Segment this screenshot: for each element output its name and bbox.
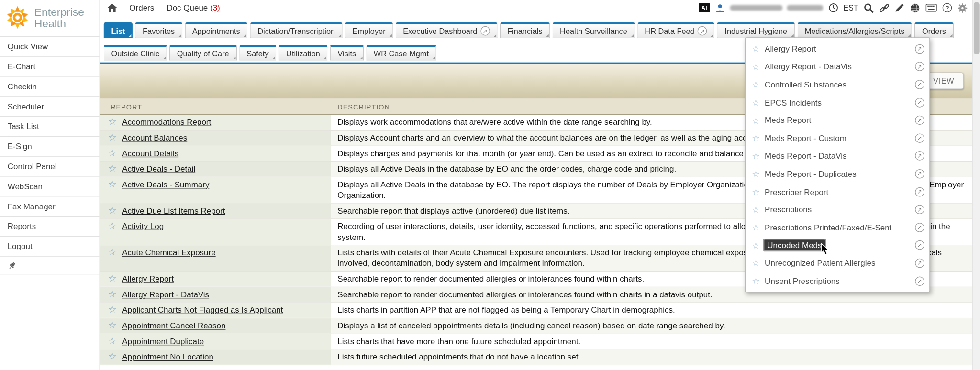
- tab-medications-allergies-scripts[interactable]: Medications/Allergies/Scripts: [797, 22, 912, 38]
- home-icon[interactable]: [108, 3, 117, 12]
- report-link[interactable]: Appointment Cancel Reason: [122, 320, 225, 331]
- report-link[interactable]: Appointment No Location: [122, 351, 213, 362]
- run-report-icon[interactable]: ↗: [915, 152, 924, 161]
- run-report-icon[interactable]: ↗: [915, 205, 924, 215]
- run-report-icon[interactable]: ↗: [915, 276, 924, 286]
- tab-dictation-transcription[interactable]: Dictation/Transcription: [250, 22, 343, 38]
- sidebar-item-control-panel[interactable]: Control Panel: [0, 157, 100, 177]
- dropdown-item-allergy-report-datavis[interactable]: ☆Allergy Report - DataVis↗: [746, 58, 929, 76]
- report-link[interactable]: Appointment Duplicate: [122, 336, 204, 347]
- sidebar-item-e-sign[interactable]: E-Sign: [0, 137, 100, 157]
- star-icon[interactable]: ☆: [752, 187, 759, 197]
- report-link[interactable]: Active Due List Items Report: [122, 206, 225, 216]
- tab-hr-data-feed[interactable]: HR Data Feed↗: [637, 22, 715, 38]
- report-link[interactable]: Accommodations Report: [122, 117, 211, 127]
- report-link[interactable]: Account Details: [122, 148, 178, 159]
- run-report-icon[interactable]: ↗: [915, 62, 924, 72]
- nav-orders[interactable]: Orders: [129, 3, 154, 13]
- search-icon[interactable]: [864, 3, 874, 13]
- tab-favorites[interactable]: Favorites: [135, 22, 182, 38]
- open-new-icon[interactable]: ↗: [698, 26, 707, 36]
- sidebar-item-checkin[interactable]: Checkin: [0, 77, 100, 97]
- tab-orders[interactable]: Orders: [914, 22, 953, 38]
- star-icon[interactable]: ☆: [752, 44, 759, 54]
- dropdown-item-meds-report-datavis[interactable]: ☆Meds Report - DataVis↗: [746, 147, 929, 165]
- star-icon[interactable]: ☆: [108, 132, 117, 142]
- scrollbar-thumb[interactable]: [974, 2, 980, 54]
- dropdown-item-meds-report-custom[interactable]: ☆Meds Report - Custom↗: [746, 129, 929, 147]
- tab-outside-clinic[interactable]: Outside Clinic: [104, 45, 167, 61]
- star-icon[interactable]: ☆: [752, 258, 759, 268]
- star-icon[interactable]: ☆: [752, 276, 759, 286]
- dropdown-item-meds-report-duplicates[interactable]: ☆Meds Report - Duplicates↗: [746, 165, 929, 183]
- star-icon[interactable]: ☆: [752, 222, 759, 232]
- star-icon[interactable]: ☆: [752, 80, 759, 90]
- tab-health-surveillance[interactable]: Health Surveillance: [552, 22, 635, 38]
- sidebar-item-quick-view[interactable]: Quick View: [0, 37, 100, 57]
- sidebar-item-fax-manager[interactable]: Fax Manager: [0, 196, 100, 217]
- tab-employer[interactable]: Employer: [345, 22, 393, 38]
- run-report-icon[interactable]: ↗: [915, 133, 924, 143]
- sidebar-item-scheduler[interactable]: Scheduler: [0, 97, 100, 117]
- report-link[interactable]: Active Deals - Summary: [122, 179, 209, 190]
- star-icon[interactable]: ☆: [752, 240, 759, 250]
- star-icon[interactable]: ☆: [108, 247, 117, 257]
- gear-icon[interactable]: [958, 3, 968, 13]
- sidebar-item-task-list[interactable]: Task List: [0, 117, 100, 137]
- sidebar-item-webscan[interactable]: WebScan: [0, 177, 100, 197]
- tab-executive-dashboard[interactable]: Executive Dashboard↗: [395, 22, 497, 38]
- keyboard-icon[interactable]: [925, 4, 937, 12]
- star-icon[interactable]: ☆: [108, 179, 117, 189]
- run-report-icon[interactable]: ↗: [915, 44, 924, 54]
- report-link[interactable]: Allergy Report - DataVis: [122, 289, 209, 300]
- report-link[interactable]: Account Balances: [122, 132, 187, 143]
- run-report-icon[interactable]: ↗: [915, 259, 924, 268]
- link-icon[interactable]: [880, 3, 890, 13]
- star-icon[interactable]: ☆: [752, 133, 759, 143]
- star-icon[interactable]: ☆: [108, 336, 117, 346]
- user-icon[interactable]: [715, 3, 724, 12]
- star-icon[interactable]: ☆: [752, 151, 759, 161]
- star-icon[interactable]: ☆: [752, 205, 759, 215]
- dropdown-item-prescriptions[interactable]: ☆Prescriptions↗: [746, 201, 929, 218]
- star-icon[interactable]: ☆: [752, 115, 759, 125]
- report-link[interactable]: Applicant Charts Not Flagged as Is Appli…: [122, 305, 283, 315]
- star-icon[interactable]: ☆: [108, 289, 117, 299]
- tab-visits[interactable]: Visits: [330, 45, 364, 61]
- nav-doc-queue[interactable]: Doc Queue (3): [167, 3, 220, 13]
- tab-appointments[interactable]: Appointments: [185, 22, 247, 38]
- star-icon[interactable]: ☆: [108, 273, 117, 283]
- user-name-redacted[interactable]: [730, 5, 823, 11]
- dropdown-item-allergy-report[interactable]: ☆Allergy Report↗: [746, 40, 929, 58]
- sidebar-item-logout[interactable]: Logout: [0, 237, 100, 257]
- dropdown-item-unsent-prescriptions[interactable]: ☆Unsent Prescriptions↗: [746, 272, 929, 290]
- dropdown-item-prescriptions-printed-faxed-e-sent[interactable]: ☆Prescriptions Printed/Faxed/E-Sent↗: [746, 218, 929, 236]
- run-report-icon[interactable]: ↗: [915, 169, 924, 179]
- sidebar-item-e-chart[interactable]: E-Chart: [0, 57, 100, 77]
- run-report-icon[interactable]: ↗: [915, 187, 924, 196]
- star-icon[interactable]: ☆: [108, 117, 117, 127]
- sidebar-item-reports[interactable]: Reports: [0, 217, 100, 237]
- dropdown-item-meds-report[interactable]: ☆Meds Report↗: [746, 111, 929, 129]
- dropdown-item-prescriber-report[interactable]: ☆Prescriber Report↗: [746, 183, 929, 200]
- globe-icon[interactable]: [910, 3, 920, 13]
- tab-financials[interactable]: Financials: [500, 22, 550, 38]
- dropdown-item-controlled-substances[interactable]: ☆Controlled Substances↗: [746, 76, 929, 93]
- sidebar-pin[interactable]: [0, 257, 100, 275]
- dropdown-item-uncoded-meds[interactable]: ☆Uncoded Meds↗: [746, 236, 929, 254]
- star-icon[interactable]: ☆: [108, 305, 117, 315]
- run-report-icon[interactable]: ↗: [915, 240, 924, 250]
- ai-badge[interactable]: AI: [699, 3, 710, 13]
- run-report-icon[interactable]: ↗: [915, 80, 924, 89]
- tab-quality-of-care[interactable]: Quality of Care: [169, 45, 236, 61]
- report-link[interactable]: Activity Log: [122, 221, 164, 231]
- run-report-icon[interactable]: ↗: [915, 98, 924, 108]
- report-link[interactable]: Active Deals - Detail: [122, 163, 195, 174]
- star-icon[interactable]: ☆: [752, 169, 759, 179]
- star-icon[interactable]: ☆: [108, 221, 117, 231]
- star-icon[interactable]: ☆: [752, 98, 759, 108]
- run-report-icon[interactable]: ↗: [915, 223, 924, 232]
- tab-industrial-hygiene[interactable]: Industrial Hygiene: [717, 22, 795, 38]
- tab-wr-case-mgmt[interactable]: WR Case Mgmt: [366, 45, 436, 61]
- report-link[interactable]: Acute Chemical Exposure: [122, 247, 215, 258]
